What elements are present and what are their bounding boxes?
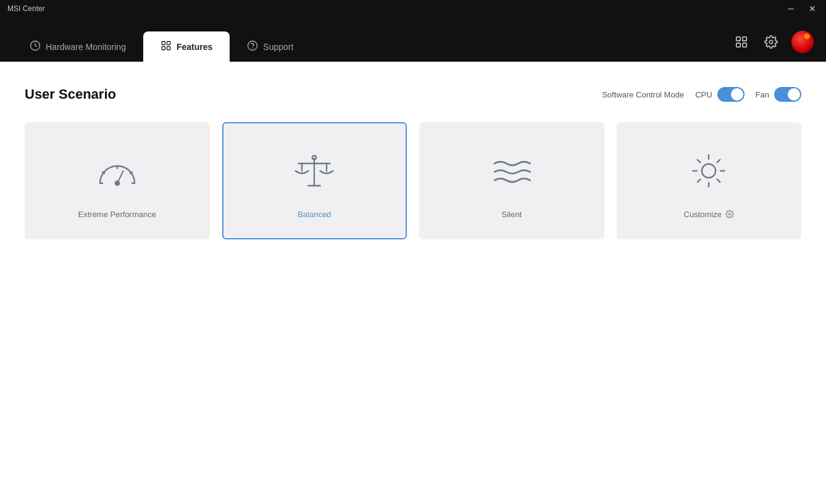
balanced-label: Balanced bbox=[298, 210, 331, 219]
svg-point-11 bbox=[769, 40, 773, 44]
svg-point-5 bbox=[248, 41, 257, 51]
svg-rect-2 bbox=[167, 41, 170, 44]
svg-rect-3 bbox=[162, 47, 165, 50]
avatar[interactable] bbox=[791, 31, 814, 53]
titlebar: MSI Center ─ ✕ bbox=[0, 0, 826, 17]
section-header: User Scenario Software Control Mode CPU … bbox=[25, 86, 801, 102]
balanced-icon bbox=[286, 143, 342, 199]
extreme-performance-icon bbox=[90, 143, 145, 199]
tab-support[interactable]: Support bbox=[230, 31, 311, 62]
app-title: MSI Center bbox=[7, 4, 45, 13]
fan-toggle[interactable] bbox=[774, 87, 801, 102]
features-icon bbox=[161, 40, 172, 53]
svg-point-25 bbox=[702, 163, 715, 177]
cpu-toggle[interactable] bbox=[717, 87, 745, 102]
svg-point-26 bbox=[728, 213, 731, 215]
cpu-label: CPU bbox=[695, 90, 712, 99]
tab-hardware-monitoring-label: Hardware Monitoring bbox=[46, 42, 126, 52]
cpu-toggle-knob bbox=[731, 88, 743, 101]
card-customize[interactable]: Customize bbox=[617, 122, 802, 239]
scenario-cards-grid: Extreme Performance bbox=[25, 122, 801, 239]
minimize-button[interactable]: ─ bbox=[785, 4, 796, 14]
main-content: User Scenario Software Control Mode CPU … bbox=[0, 62, 826, 504]
svg-point-13 bbox=[115, 181, 119, 184]
svg-point-20 bbox=[312, 155, 316, 159]
section-title: User Scenario bbox=[25, 86, 116, 102]
svg-rect-8 bbox=[743, 37, 746, 41]
fan-toggle-knob bbox=[788, 88, 800, 101]
fan-label: Fan bbox=[756, 90, 769, 99]
svg-rect-4 bbox=[167, 47, 170, 50]
nav-tabs: Hardware Monitoring Features bbox=[12, 31, 311, 62]
silent-label: Silent bbox=[501, 210, 522, 219]
tab-support-label: Support bbox=[263, 42, 293, 52]
settings-button[interactable] bbox=[762, 33, 780, 51]
navbar: Hardware Monitoring Features bbox=[0, 17, 826, 62]
silent-icon bbox=[484, 143, 540, 199]
tab-hardware-monitoring[interactable]: Hardware Monitoring bbox=[12, 31, 143, 62]
customize-label: Customize bbox=[684, 210, 734, 219]
support-icon bbox=[247, 40, 258, 53]
svg-rect-1 bbox=[162, 41, 165, 44]
card-balanced[interactable]: Balanced bbox=[222, 122, 407, 239]
window-controls: ─ ✕ bbox=[785, 4, 819, 14]
close-button[interactable]: ✕ bbox=[806, 4, 819, 14]
extreme-performance-label: Extreme Performance bbox=[78, 210, 156, 219]
customize-icon bbox=[681, 143, 736, 199]
tab-features[interactable]: Features bbox=[143, 31, 230, 62]
svg-rect-9 bbox=[736, 43, 740, 47]
svg-rect-10 bbox=[743, 43, 746, 47]
nav-right-controls bbox=[732, 31, 814, 62]
tab-features-label: Features bbox=[177, 42, 212, 52]
card-extreme-performance[interactable]: Extreme Performance bbox=[25, 122, 210, 239]
controls-right: Software Control Mode CPU Fan bbox=[602, 87, 801, 102]
svg-rect-7 bbox=[736, 37, 740, 41]
fan-toggle-group: Fan bbox=[756, 87, 801, 102]
grid-view-button[interactable] bbox=[732, 33, 751, 51]
card-silent[interactable]: Silent bbox=[419, 122, 604, 239]
customize-gear-icon bbox=[725, 210, 734, 218]
hardware-monitoring-icon bbox=[30, 40, 41, 53]
cpu-toggle-group: CPU bbox=[695, 87, 744, 102]
software-control-mode-label: Software Control Mode bbox=[602, 90, 684, 99]
